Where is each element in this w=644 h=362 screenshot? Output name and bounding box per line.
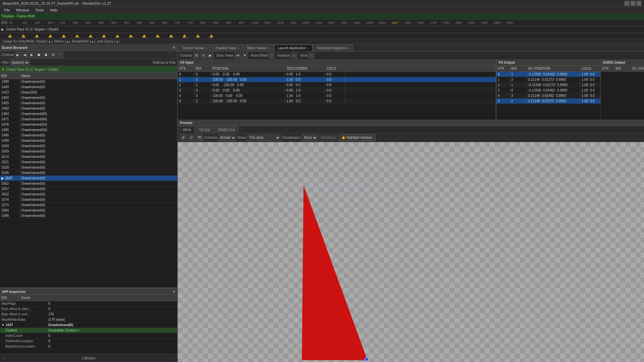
- api-row-context[interactable]: Context Immediate Context ✎: [0, 328, 177, 333]
- preview-controls-dropdown[interactable]: Arcball: [218, 134, 236, 141]
- event-row-1509[interactable]: 1509 DrawIndexed(6): [0, 149, 177, 154]
- tab-pipeline-state[interactable]: Pipeline State ×: [212, 45, 243, 51]
- tab-launch-application[interactable]: Launch Application ×: [274, 45, 313, 51]
- tab-launch-application-close[interactable]: ×: [307, 47, 309, 50]
- preview-tab-vsout[interactable]: VS Out: [195, 126, 213, 133]
- menu-tools[interactable]: Tools: [33, 7, 47, 13]
- event-row-1490[interactable]: 1490 DrawIndexed(6): [0, 133, 177, 138]
- vs-input-row-3[interactable]: 3 0 0.00 0.00 0.00 0.00 1.0 0.0: [178, 88, 496, 93]
- event-row-1552[interactable]: 1552 DrawIndexed(6): [0, 181, 177, 186]
- event-row-1574[interactable]: 1574 DrawIndexed(6): [0, 197, 177, 202]
- sync-views-btn2[interactable]: ▼: [242, 53, 248, 59]
- eb-record-btn[interactable]: ⏺: [43, 52, 49, 58]
- vs-tb-btn2[interactable]: ↺: [200, 53, 206, 59]
- vs-out-row-4[interactable]: 4 3 0.21146 0.02462 0.9993 1.00 0.0: [496, 93, 600, 99]
- preview-settings-btn[interactable]: ⚙: [180, 134, 186, 141]
- tab-mesh-viewer-close[interactable]: ×: [268, 47, 270, 50]
- api-row-mapwrittendata[interactable]: MapWrittenData (176 bytes): [0, 317, 177, 322]
- event-row-1423[interactable]: 1423 Draw(269): [0, 90, 177, 95]
- event-row-1514[interactable]: 1514 DrawIndexed(6): [0, 154, 177, 160]
- menu-help[interactable]: Help: [47, 7, 60, 13]
- eb-settings-btn[interactable]: ⚙: [50, 52, 56, 58]
- api-table[interactable]: MapFlags 0 Byte offset to start... 0 Byt…: [0, 301, 177, 354]
- vs-out-row-5[interactable]: 5 2 0.21146 0.02273 0.9993 1.00 0.0: [496, 99, 600, 104]
- eb-stop-btn[interactable]: ⏹: [36, 52, 42, 58]
- tab-texture-viewer[interactable]: Texture Viewer ×: [178, 45, 211, 51]
- event-row-1579[interactable]: 1579 DrawIndexed(6): [0, 202, 177, 208]
- view-btn[interactable]: □: [308, 53, 314, 59]
- event-row-1562[interactable]: 1562 DrawIndexed(6): [0, 192, 177, 197]
- vs-out-row-0[interactable]: 0 1 -0.12396 0.02462 0.9993 1.00 0.0: [496, 72, 600, 77]
- event-row-1398[interactable]: 1398 DrawIndexed(6): [0, 79, 177, 84]
- timeline-ruler[interactable]: 50 100 150 200 250 300 350 400 450 500 5…: [9, 21, 643, 24]
- vs-input-row-5[interactable]: 5 2 100.00 -100.00 0.00 1.00 0.0 0.0: [178, 99, 496, 104]
- api-row-basevertex[interactable]: BaseVertexLocation 0: [0, 344, 177, 349]
- api-inspector-close[interactable]: ×: [173, 289, 175, 294]
- highlight-vertices-btn[interactable]: Highlight Vertices: [339, 134, 375, 141]
- vs-output-table[interactable]: 0 1 -0.12396 0.02462 0.9993 1.00 0.0 1 2…: [496, 72, 600, 120]
- vs-input-row-0[interactable]: 0 0 0.00 0.00 0.00 0.00 1.0 0.0: [178, 72, 496, 77]
- tab-resource-inspector[interactable]: Resource Inspector ×: [313, 45, 353, 51]
- tab-pipeline-state-close[interactable]: ×: [237, 47, 239, 50]
- vs-tb-btn3[interactable]: ▶: [207, 53, 213, 59]
- vs-input-row-4[interactable]: 4 3 100.00 0.00 0.00 1.00 1.0 0.0: [178, 93, 496, 99]
- event-row-1450[interactable]: 1450 DrawIndexed(6): [0, 95, 177, 101]
- sync-views-btn[interactable]: ⇄: [235, 53, 241, 59]
- event-row-1499[interactable]: 1499 DrawIndexed(6): [0, 138, 177, 143]
- event-row-1504[interactable]: 1504 DrawIndexed(6): [0, 143, 177, 149]
- vs-out-row-2[interactable]: 2 1 -0.12396 0.02273 0.9993 1.00 0.0: [496, 82, 600, 88]
- maximize-button[interactable]: □: [631, 1, 635, 6]
- event-browser-close[interactable]: ×: [173, 45, 175, 50]
- event-row-1596[interactable]: 1596 DrawIndexed(6): [0, 213, 177, 219]
- eb-prev-btn[interactable]: ◀: [22, 52, 28, 58]
- tab-mesh-viewer[interactable]: Mesh Viewer ×: [244, 45, 273, 51]
- preview-reset-btn[interactable]: ↺: [188, 134, 195, 141]
- vs-out-row-3[interactable]: 3 0 -0.12396 0.02462 0.9993 1.00 0.0: [496, 88, 600, 93]
- api-row-mapflags[interactable]: MapFlags 0: [0, 301, 177, 306]
- preview-tab-gsdsout[interactable]: GS/DS Out: [214, 126, 238, 133]
- event-row-1557[interactable]: 1557 DrawIndexed(6): [0, 186, 177, 192]
- row-offset-btn[interactable]: □: [268, 53, 274, 59]
- api-row-byteoffset-start[interactable]: Byte offset to start... 0: [0, 306, 177, 312]
- preview-show-dropdown[interactable]: This draw: [247, 134, 281, 141]
- event-row-1535[interactable]: 1535 DrawIndexed(6): [0, 170, 177, 176]
- event-row-1584[interactable]: 1584 DrawIndexed(6): [0, 208, 177, 213]
- api-row-byteoffset-end[interactable]: Byte offset to end... 176: [0, 312, 177, 317]
- instance-btn[interactable]: □: [291, 53, 297, 59]
- tab-resource-inspector-close[interactable]: ×: [347, 47, 349, 50]
- wireframe-btn[interactable]: Wireframe: [319, 134, 338, 141]
- vs-out-row-1[interactable]: 1 2 0.21146 0.02273 0.9993 1.00 0.0: [496, 77, 600, 82]
- event-row-1478[interactable]: 1478 DrawIndexed(54): [0, 122, 177, 127]
- preview-vis-dropdown[interactable]: None: [302, 134, 318, 141]
- eb-more-btn[interactable]: ⋯: [57, 52, 63, 58]
- event-table[interactable]: 1398 DrawIndexed(6) 1440 DrawIndexed(6) …: [0, 79, 177, 288]
- vs-input-row-1[interactable]: 1 2 100.00 -100.00 0.00 1.00 0.0 0.0: [178, 77, 496, 82]
- eb-play-btn[interactable]: ▶: [15, 52, 21, 58]
- event-row-1547[interactable]: ▶ 1547 DrawIndexed(6): [0, 176, 177, 181]
- event-row-1464[interactable]: 1464 DrawIndexed(66): [0, 111, 177, 117]
- vs-input-row-2[interactable]: 2 1 0.00 -100.00 0.00 0.00 0.0 0.0: [178, 82, 496, 88]
- tab-texture-viewer-close[interactable]: ×: [206, 47, 207, 50]
- preview-canvas[interactable]: [178, 142, 644, 362]
- event-row-1485[interactable]: 1485 DrawIndexed(54): [0, 127, 177, 133]
- menu-file[interactable]: File: [1, 7, 13, 13]
- vs-input-table[interactable]: 0 0 0.00 0.00 0.00 0.00 1.0 0.0 1 2 100.…: [178, 72, 496, 120]
- eb-next-btn[interactable]: ▶: [29, 52, 35, 58]
- api-row-startindex[interactable]: StartIndexLocation 0: [0, 339, 177, 344]
- preview-tab-vsin[interactable]: VS In: [179, 126, 195, 133]
- api-row-1547[interactable]: ▼ 1547 DrawIndexed(6): [0, 322, 177, 328]
- event-row-1528[interactable]: 1528 DrawIndexed(6): [0, 165, 177, 170]
- preview-screenshot-btn[interactable]: 📷: [196, 134, 203, 141]
- event-row-1471[interactable]: 1471 DrawIndexed(66): [0, 117, 177, 122]
- menu-window[interactable]: Window: [13, 7, 32, 13]
- vs-tb-btn1[interactable]: ⚙: [193, 53, 199, 59]
- filter-dropdown[interactable]: {action(): [10, 60, 30, 66]
- api-row-indexcount[interactable]: IndexCount 6: [0, 333, 177, 339]
- close-button[interactable]: ×: [637, 1, 641, 6]
- minimize-button[interactable]: ─: [625, 1, 629, 6]
- event-row-1455[interactable]: 1455 DrawIndexed(6): [0, 101, 177, 106]
- gsds-output-table[interactable]: [601, 72, 644, 120]
- event-row-1521[interactable]: 1521 DrawIndexed(6): [0, 160, 177, 165]
- event-row-1460[interactable]: 1460 DrawIndexed(6): [0, 106, 177, 111]
- event-row-1440[interactable]: 1440 DrawIndexed(6): [0, 84, 177, 90]
